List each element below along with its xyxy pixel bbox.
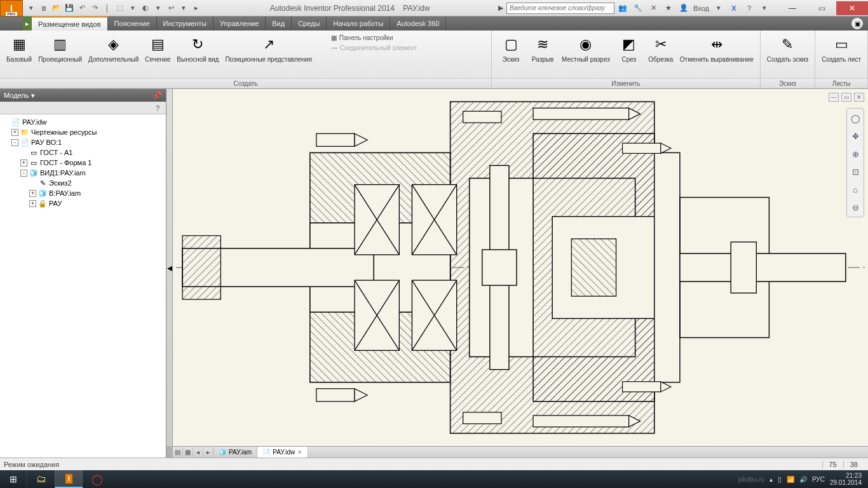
tray-network-icon[interactable]: 📶 bbox=[787, 476, 794, 483]
tab-getstarted[interactable]: Начало работы bbox=[327, 17, 390, 30]
tray-action-icon[interactable]: ▯ bbox=[778, 476, 782, 483]
tree-toggle-icon[interactable]: + bbox=[20, 159, 27, 166]
tray-up-icon[interactable]: ▴ bbox=[770, 476, 773, 483]
unalign-button[interactable]: ⇹Отменить выравнивание bbox=[677, 33, 756, 64]
app-logo-icon[interactable]: I bbox=[0, 0, 23, 17]
tree-toggle-icon[interactable]: - bbox=[11, 139, 18, 146]
dd-icon[interactable]: ▾ bbox=[713, 3, 724, 14]
search-go-icon[interactable]: ▶ bbox=[495, 3, 506, 14]
maximize-button[interactable]: ▭ bbox=[807, 1, 836, 15]
detail-view-button[interactable]: ↻Выносной вид bbox=[174, 33, 221, 64]
breakout-button[interactable]: ◉Местный разрез bbox=[559, 33, 613, 64]
doc-tab-idw[interactable]: 📄 РАУ.idw ✕ bbox=[257, 447, 308, 458]
tray-volume-icon[interactable]: 🔊 bbox=[799, 476, 807, 483]
tab-view[interactable]: Вид bbox=[266, 17, 292, 30]
tree-node[interactable]: +📁Чертежные ресурсы bbox=[1, 127, 165, 137]
open-icon[interactable]: 📂 bbox=[51, 3, 62, 14]
tree-node[interactable]: 📄РАУ.idw bbox=[1, 117, 165, 127]
tab-tools[interactable]: Инструменты bbox=[157, 17, 214, 30]
task-inventor[interactable]: I bbox=[55, 470, 83, 488]
auxiliary-view-button[interactable]: ◈Дополнительный bbox=[86, 33, 141, 64]
drawing-canvas[interactable]: — ▭ ✕ ◯ ✥ ⊕ ⊡ ⌂ ⊖ bbox=[173, 89, 868, 446]
tab-a360[interactable]: Autodesk 360 bbox=[390, 17, 446, 30]
help-dd-icon[interactable]: ▾ bbox=[759, 3, 770, 14]
tree-toggle-icon[interactable]: - bbox=[20, 170, 27, 177]
tree-node[interactable]: ▭ГОСТ - A1 bbox=[1, 147, 165, 158]
slice-button[interactable]: ◩Срез bbox=[614, 33, 644, 64]
select-icon[interactable]: ⬚ bbox=[114, 3, 126, 14]
close-button[interactable]: ✕ bbox=[836, 1, 868, 15]
nav-wheel-icon[interactable]: ◯ bbox=[848, 111, 862, 125]
redo-icon[interactable]: ↷ bbox=[89, 3, 100, 14]
tab-close-icon[interactable]: ✕ bbox=[297, 449, 302, 456]
tree-toggle-icon[interactable]: + bbox=[29, 200, 36, 207]
model-tree[interactable]: 📄РАУ.idw+📁Чертежные ресурсы-📄РАУ ВО:1▭ГО… bbox=[0, 114, 166, 458]
zoom-in-icon[interactable]: ⊕ bbox=[848, 147, 862, 161]
new-icon[interactable]: 🗎 bbox=[38, 3, 50, 14]
break-button[interactable]: ≋Разрыв bbox=[527, 33, 558, 64]
qat-more1-icon[interactable]: ▾ bbox=[127, 3, 139, 14]
zoom-out-icon[interactable]: ⊖ bbox=[848, 200, 862, 214]
tree-node[interactable]: ✎Эскиз2 bbox=[1, 178, 165, 188]
create-sketch-button[interactable]: ✎Создать эскиз bbox=[764, 33, 811, 64]
undo-icon[interactable]: ↶ bbox=[76, 3, 88, 14]
nailboard-button[interactable]: ▦Панель настройки bbox=[329, 33, 419, 43]
panel-resize-handle[interactable]: ◂ bbox=[166, 89, 173, 446]
tab-tile-icon[interactable]: ▦ bbox=[183, 447, 193, 458]
return-icon[interactable]: ↩ bbox=[165, 3, 177, 14]
panel-pin-icon[interactable]: 📌 bbox=[153, 92, 162, 100]
new-sheet-button[interactable]: ▭Создать лист bbox=[819, 33, 864, 64]
tray-lang[interactable]: РУС bbox=[812, 476, 825, 483]
tab-annotate[interactable]: Пояснение bbox=[108, 17, 157, 30]
user-icon[interactable]: 👤 bbox=[678, 3, 689, 14]
tab-manage[interactable]: Управление bbox=[214, 17, 266, 30]
qat-dropdown-icon[interactable]: ▾ bbox=[25, 3, 37, 14]
crop-button[interactable]: ✂Обрезка bbox=[646, 33, 676, 64]
sketch-button[interactable]: ▢Эскиз bbox=[496, 33, 526, 64]
qat-more3-icon[interactable]: ▾ bbox=[178, 3, 189, 14]
view-close-icon[interactable]: ✕ bbox=[854, 93, 864, 102]
model-browser-header[interactable]: Модель ▾ 📌 bbox=[0, 89, 166, 102]
tree-node[interactable]: +🔒РАУ bbox=[1, 198, 165, 208]
key-icon[interactable]: 🔧 bbox=[632, 3, 644, 14]
tab-list-icon[interactable]: ▤ bbox=[173, 447, 183, 458]
zoom-all-icon[interactable]: ⌂ bbox=[848, 182, 862, 196]
star-icon[interactable]: ★ bbox=[663, 3, 674, 14]
chevron-down-icon[interactable]: ▾ bbox=[31, 92, 35, 100]
section-view-button[interactable]: ▤Сечение bbox=[142, 33, 173, 64]
keyword-search-input[interactable] bbox=[506, 3, 614, 14]
tree-toggle-icon[interactable]: + bbox=[29, 190, 36, 197]
projected-view-button[interactable]: ▥Проекционный bbox=[36, 33, 85, 64]
tree-node[interactable]: +▭ГОСТ - Форма 1 bbox=[1, 158, 165, 168]
signin-label[interactable]: Вход bbox=[693, 4, 709, 12]
base-view-button[interactable]: ▦Базовый bbox=[4, 33, 34, 64]
pan-icon[interactable]: ✥ bbox=[848, 129, 862, 143]
doc-tab-iam[interactable]: 🧊 РАУ.iam bbox=[214, 447, 257, 458]
file-tab[interactable]: ▸ bbox=[23, 17, 32, 30]
qat-expand-icon[interactable]: ▸ bbox=[191, 3, 202, 14]
task-opera[interactable]: ◯ bbox=[83, 470, 111, 488]
tree-node[interactable]: -🧊ВИД1:РАУ.iam bbox=[1, 168, 165, 178]
exchange-icon[interactable]: ✕ bbox=[648, 3, 659, 14]
view-min-icon[interactable]: — bbox=[829, 93, 839, 102]
tab-prev-icon[interactable]: ◂ bbox=[193, 447, 203, 458]
overlay-view-button[interactable]: ↗Позиционные представления bbox=[222, 33, 314, 64]
tree-toggle-icon[interactable]: + bbox=[11, 129, 18, 136]
task-explorer[interactable]: 🗂 bbox=[27, 470, 55, 488]
tray-clock[interactable]: 21:23 29.01.2014 bbox=[830, 472, 862, 486]
material-icon[interactable]: ◐ bbox=[140, 3, 151, 14]
tree-node[interactable]: +🧊В:РАУ.iam bbox=[1, 188, 165, 198]
view-restore-icon[interactable]: ▭ bbox=[841, 93, 851, 102]
ribbon-help-icon[interactable]: ▣ bbox=[851, 18, 863, 29]
help-icon[interactable]: ? bbox=[743, 3, 755, 14]
qat-more2-icon[interactable]: ▾ bbox=[153, 3, 164, 14]
minimize-button[interactable]: — bbox=[778, 1, 807, 15]
panel-help-icon[interactable]: ? bbox=[152, 102, 163, 114]
tab-environments[interactable]: Среды bbox=[292, 17, 327, 30]
save-icon[interactable]: 💾 bbox=[64, 3, 75, 14]
zoom-window-icon[interactable]: ⊡ bbox=[848, 165, 862, 179]
tree-node[interactable]: -📄РАУ ВО:1 bbox=[1, 137, 165, 147]
signin-icon[interactable]: 👥 bbox=[617, 3, 628, 14]
tab-placement[interactable]: Размещение видов bbox=[32, 17, 108, 30]
exchange-x-icon[interactable]: X bbox=[728, 3, 740, 14]
